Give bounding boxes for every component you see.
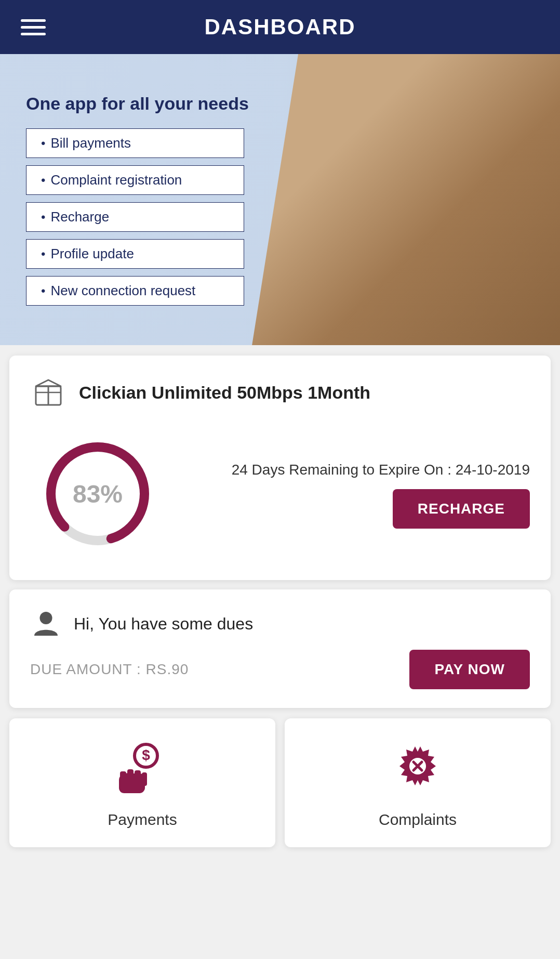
banner-image [252, 54, 560, 345]
payments-icon: $ [114, 741, 171, 800]
svg-rect-9 [120, 771, 126, 786]
svg-rect-12 [142, 772, 147, 786]
svg-rect-10 [127, 769, 134, 786]
bottom-grid: $ Payments Complaints [0, 718, 560, 857]
complaints-label: Complaints [379, 811, 457, 829]
svg-marker-1 [36, 380, 61, 386]
page-title: DASHBOARD [205, 15, 356, 40]
dues-card-header: Hi, You have some dues [30, 608, 530, 639]
grid-card-complaints[interactable]: Complaints [285, 718, 551, 847]
package-icon [30, 374, 66, 411]
feature-bill-payments: Bill payments [26, 128, 244, 158]
payments-label: Payments [108, 811, 177, 829]
dues-message: Hi, You have some dues [74, 614, 253, 634]
plan-name: Clickian Unlimited 50Mbps 1Month [79, 383, 370, 403]
plan-expiry: 24 Days Remaining to Expire On : 24-10-2… [232, 459, 530, 481]
dues-card-body: DUE AMOUNT : RS.90 PAY NOW [30, 650, 530, 689]
recharge-button[interactable]: RECHARGE [393, 489, 530, 529]
svg-point-6 [39, 612, 52, 624]
header: DASHBOARD [0, 0, 560, 54]
plan-card: Clickian Unlimited 50Mbps 1Month 83% 24 … [9, 356, 551, 580]
pay-now-button[interactable]: PAY NOW [409, 650, 530, 689]
feature-profile-update: Profile update [26, 239, 244, 269]
plan-progress-circle: 83% [30, 426, 165, 561]
due-amount: DUE AMOUNT : RS.90 [30, 661, 189, 678]
cards-container: Clickian Unlimited 50Mbps 1Month 83% 24 … [0, 345, 560, 718]
feature-complaint-registration: Complaint registration [26, 165, 244, 195]
banner-feature-list: Bill payments Complaint registration Rec… [26, 128, 249, 306]
plan-card-body: 83% 24 Days Remaining to Expire On : 24-… [30, 426, 530, 561]
menu-button[interactable] [21, 19, 46, 35]
feature-recharge: Recharge [26, 202, 244, 232]
user-icon [30, 608, 61, 639]
banner-tagline: One app for all your needs [26, 94, 249, 114]
feature-new-connection: New connection request [26, 276, 244, 306]
complaints-icon [389, 741, 446, 800]
svg-rect-11 [135, 770, 141, 786]
grid-card-payments[interactable]: $ Payments [9, 718, 275, 847]
banner: One app for all your needs Bill payments… [0, 54, 560, 345]
dues-card: Hi, You have some dues DUE AMOUNT : RS.9… [9, 589, 551, 708]
plan-progress-text: 83% [73, 480, 123, 508]
plan-info: 24 Days Remaining to Expire On : 24-10-2… [232, 459, 530, 529]
svg-text:$: $ [142, 747, 150, 763]
